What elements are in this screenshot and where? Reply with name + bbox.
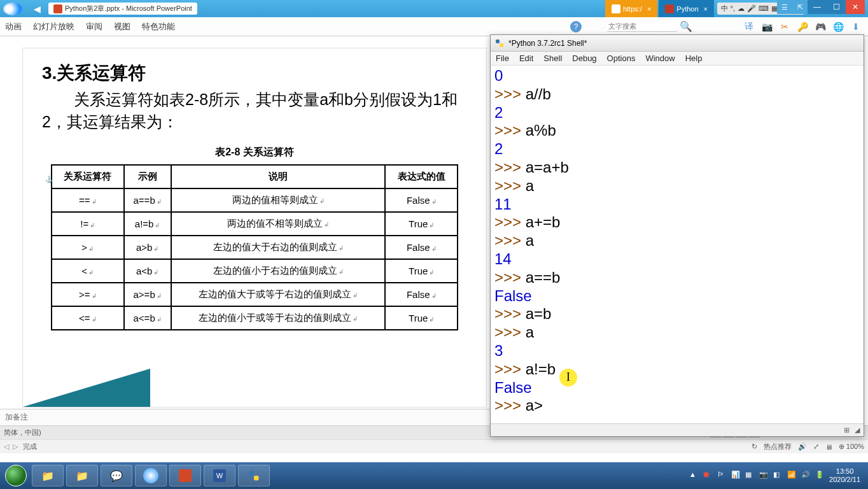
idle-resize-icon[interactable]: ◢ <box>855 426 860 434</box>
zoom-100[interactable]: ⊕ 100% <box>839 443 864 451</box>
svg-rect-0 <box>496 39 500 43</box>
tray-misc-icon[interactable]: ◧ <box>773 471 783 481</box>
idle-title-text: *Python 3.7.2rc1 Shell* <box>508 39 587 48</box>
tray-shield-icon[interactable]: ⬟ <box>703 471 713 481</box>
minimize-button[interactable] <box>808 0 827 14</box>
python-icon <box>248 469 260 482</box>
idle-line: False <box>494 287 860 306</box>
svg-rect-1 <box>500 43 503 47</box>
python-idle-window[interactable]: *Python 3.7.2rc1 Shell* File Edit Shell … <box>490 34 864 437</box>
speaker-icon[interactable]: 🔊 <box>798 443 807 451</box>
menu-shell[interactable]: Shell <box>543 53 562 63</box>
close-tab-icon[interactable]: × <box>704 5 708 13</box>
tray-camera-icon[interactable]: 📷 <box>759 471 769 481</box>
key-icon[interactable]: 🔑 <box>797 21 808 32</box>
tray-flag-icon[interactable]: 🏳 <box>717 471 727 481</box>
menu-file[interactable]: File <box>496 53 509 63</box>
notes-pane[interactable]: 加备注 <box>0 409 490 425</box>
taskbar-wechat[interactable]: 💬 <box>101 465 132 486</box>
wechat-icon: 💬 <box>110 470 123 482</box>
taskbar-explorer[interactable]: 📁 <box>32 465 64 486</box>
taskbar-browser[interactable] <box>135 465 167 486</box>
idle-line: >>> a <box>494 323 860 342</box>
idle-title-bar[interactable]: *Python 3.7.2rc1 Shell* <box>491 35 864 52</box>
search-input[interactable] <box>607 21 677 32</box>
taskbar-folder2[interactable]: 📁 <box>66 465 98 486</box>
table-row: >=↲a>=b↲左边的值大于或等于右边的值则成立↲False↲ <box>52 283 458 306</box>
language-status: 简体，中国) <box>4 428 41 437</box>
menu-help[interactable]: Help <box>685 53 703 63</box>
monitor-icon[interactable]: 🖥 <box>825 443 832 451</box>
ribbon-tab-slideshow[interactable]: 幻灯片放映 <box>33 21 74 32</box>
tray-network-icon[interactable]: 📶 <box>787 471 797 481</box>
slide-content[interactable]: 3.关系运算符 关系运算符如表2-8所示，其中变量a和b分别假设为1和2，其运算… <box>22 48 487 408</box>
table-cell: <↲ <box>52 259 124 283</box>
taskbar-powerpoint[interactable] <box>169 465 201 486</box>
table-cell: a<=b↲ <box>124 306 171 330</box>
ribbon-tab-review[interactable]: 审阅 <box>86 21 102 32</box>
table-cell: ==↲ <box>52 188 124 212</box>
translate-icon[interactable]: 译 <box>743 21 755 32</box>
screenshot-icon[interactable]: 📷 <box>761 21 773 32</box>
table-row: !=↲a!=b↲两边的值不相等则成立↲True↲ <box>52 212 458 236</box>
nav-prev-icon[interactable]: ◁ <box>4 443 9 451</box>
network-icon[interactable]: 🌐 <box>832 21 844 32</box>
close-tab-icon[interactable]: × <box>647 5 651 13</box>
slide-heading: 3.关系运算符 <box>42 61 467 85</box>
hot-recommend[interactable]: 热点推荐 <box>764 442 792 451</box>
nav-back-icon[interactable]: ◀ <box>34 4 41 14</box>
idle-grip-icon: ⊞ <box>844 426 850 434</box>
folder-icon: 📁 <box>41 470 54 482</box>
menu-window[interactable]: Window <box>645 53 675 63</box>
ribbon-tab-view[interactable]: 视图 <box>114 21 130 32</box>
close-window-button[interactable] <box>846 0 865 14</box>
idle-line: >>> a//b <box>494 85 860 104</box>
gamepad-icon[interactable]: 🎮 <box>815 21 826 32</box>
help-icon[interactable]: ? <box>570 21 582 32</box>
nav-next-icon[interactable]: ▷ <box>13 443 18 451</box>
search-icon[interactable]: 🔍 <box>680 20 692 32</box>
taskbar-word[interactable]: W <box>204 465 235 486</box>
idle-text-area[interactable]: 0>>> a//b2>>> a%b2>>> a=a+b>>> a11>>> a+… <box>491 66 864 423</box>
table-cell: 两边的值相等则成立↲ <box>171 188 386 212</box>
browser-tab-2[interactable]: Python × <box>659 0 714 17</box>
idle-line: >>> a+=b <box>494 213 860 232</box>
folder-icon: 📁 <box>76 470 88 482</box>
tray-volume-icon[interactable]: 🔊 <box>801 471 811 481</box>
mic-icon: 🎤 <box>747 4 756 13</box>
menu-debug[interactable]: Debug <box>572 53 596 63</box>
tray-clock[interactable]: 13:50 2020/2/11 <box>829 467 860 484</box>
python-icon <box>494 38 505 48</box>
table-cell: a>b↲ <box>124 236 171 259</box>
expand-icon[interactable]: ⤢ <box>813 443 819 451</box>
start-button[interactable] <box>3 462 29 489</box>
menu-options[interactable]: Options <box>607 53 636 63</box>
tray-time: 13:50 <box>829 467 860 476</box>
tray-app-icon[interactable]: ▦ <box>745 471 755 481</box>
slide-decoration <box>23 369 150 407</box>
table-cell: a<b↲ <box>124 259 171 283</box>
menu-edit[interactable]: Edit <box>519 53 533 63</box>
notes-label: 加备注 <box>5 413 28 422</box>
table-cell: >↲ <box>52 236 124 259</box>
tray-up-icon[interactable]: ▲ <box>689 471 699 481</box>
download-icon[interactable]: ⬇ <box>850 21 862 32</box>
document-tab[interactable]: Python第2章.pptx - Microsoft PowerPoint <box>48 3 197 15</box>
table-caption: 表2-8 关系运算符 <box>42 146 467 159</box>
window-pin-icon[interactable]: ⇱ <box>792 0 808 14</box>
scissors-icon[interactable]: ✂ <box>779 21 790 32</box>
browser-top-bar: ◀ Python第2章.pptx - Microsoft PowerPoint … <box>0 0 868 17</box>
ribbon-tab-animation[interactable]: 动画 <box>5 21 22 32</box>
refresh-icon[interactable]: ↻ <box>752 443 757 451</box>
window-menu-icon[interactable]: ☰ <box>777 0 792 14</box>
tray-chart-icon[interactable]: 📊 <box>731 471 741 481</box>
table-cell: 左边的值小于右边的值则成立↲ <box>171 259 386 283</box>
system-tray: ▲ ⬟ 🏳 📊 ▦ 📷 ◧ 📶 🔊 🔋 13:50 2020/2/11 <box>689 467 865 484</box>
ribbon-tab-features[interactable]: 特色功能 <box>142 21 175 32</box>
svg-rect-2 <box>249 471 255 476</box>
browser-tab-1[interactable]: https:/ × <box>605 0 657 17</box>
tray-battery-icon[interactable]: 🔋 <box>815 471 825 481</box>
table-cell: <=↲ <box>52 306 124 330</box>
maximize-button[interactable] <box>827 0 846 14</box>
taskbar-python[interactable] <box>238 465 270 486</box>
